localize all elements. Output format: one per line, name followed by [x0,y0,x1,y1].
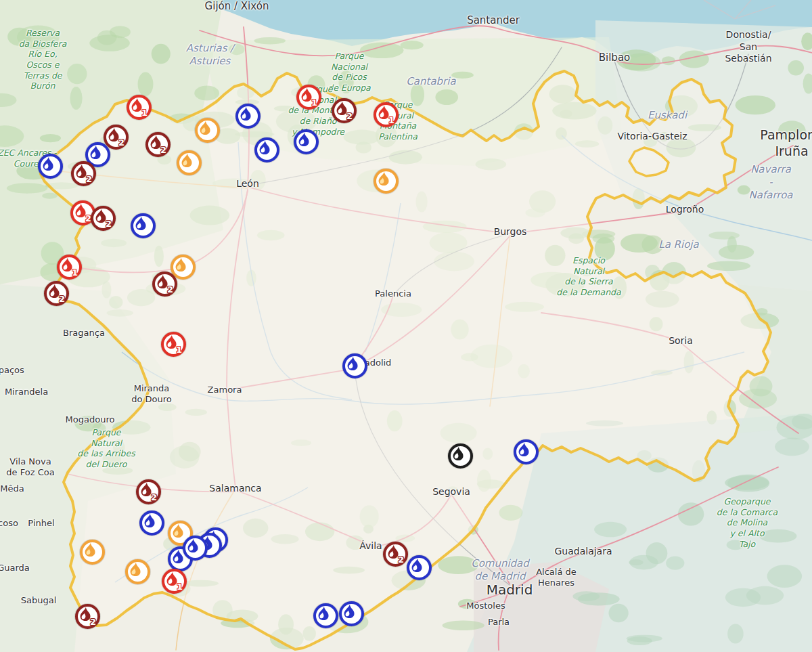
fire-count-badge: 1 [177,582,183,591]
fire-marker-darkred[interactable]: 2 [75,604,100,629]
fire-marker-red[interactable]: 1 [161,332,186,357]
fire-count-badge: 2 [59,295,65,303]
fire-icon [345,356,360,371]
fire-icon [316,606,331,621]
fire-marker-blue[interactable] [313,603,338,628]
fire-marker-darkred[interactable]: 2 [145,132,171,157]
fire-marker-black[interactable] [448,443,473,469]
fire-icon [451,446,466,461]
fire-count-badge: 2 [151,493,157,502]
fire-marker-orange[interactable] [177,150,202,175]
fire-icon [173,257,188,272]
fire-count-badge: 2 [118,138,125,147]
fire-marker-darkred[interactable]: 2 [136,479,161,504]
fire-count-badge: 2 [167,285,173,294]
fire-marker-red[interactable]: 1 [374,102,399,127]
fire-count-badge: 1 [72,268,78,277]
fire-marker-blue[interactable] [139,510,164,536]
fire-marker-darkred[interactable]: 2 [44,281,69,306]
fire-icon [41,156,55,171]
fire-marker-blue[interactable] [339,601,364,626]
fire-marker-darkred[interactable]: 2 [152,271,177,297]
fire-icon [128,562,143,577]
fire-count-badge: 2 [160,146,166,154]
fire-marker-red[interactable]: 1 [127,95,152,120]
fire-icon [296,132,311,147]
fire-icon [185,538,200,553]
fire-marker-darkred[interactable]: 2 [71,161,96,186]
fire-marker-blue[interactable] [294,129,319,154]
fire-count-badge: 2 [90,617,96,626]
fire-icon [376,171,391,186]
fire-icon [133,216,148,231]
fire-marker-orange[interactable] [195,118,220,143]
fire-count-badge: 2 [106,219,112,228]
fire-icon [257,140,272,155]
fire-icon [516,442,531,457]
fire-icon [409,558,424,573]
fire-marker-blue[interactable] [131,213,156,238]
fire-count-badge: 1 [388,116,394,125]
map-canvas[interactable]: Gijón / XixónSantanderBilbaoDonostia/ Sa… [0,0,812,652]
fire-icon [83,542,97,557]
fire-marker-red[interactable]: 1 [162,569,187,594]
fire-marker-darkred[interactable]: 2 [383,542,408,567]
fire-marker-blue[interactable] [407,555,432,580]
fire-marker-orange[interactable] [80,540,105,565]
fire-marker-blue[interactable] [342,353,367,378]
fire-count-badge: 2 [398,555,404,564]
fire-marker-darkred[interactable]: 2 [104,125,129,150]
fire-marker-blue[interactable] [514,439,539,464]
fire-icon [198,121,212,135]
fire-marker-red[interactable]: 1 [57,255,82,280]
fire-marker-orange[interactable] [125,559,150,584]
fire-marker-blue[interactable] [183,536,208,561]
fire-marker-blue[interactable] [254,137,279,162]
fire-count-badge: 1 [311,98,317,107]
fire-marker-blue[interactable] [235,104,261,129]
fire-count-badge: 2 [346,112,353,121]
fire-icon [179,153,194,168]
fire-marker-red[interactable]: 1 [296,85,321,110]
fire-marker-orange[interactable] [374,169,399,194]
fire-marker-blue[interactable] [38,154,63,179]
fire-count-badge: 2 [86,175,92,183]
fire-icon [88,145,103,160]
fire-icon [142,513,157,528]
fire-icon [171,523,185,538]
fire-marker-darkred[interactable]: 2 [332,98,357,123]
fire-count-badge: 1 [141,108,148,117]
fire-icon [342,604,357,619]
fire-marker-darkred[interactable]: 2 [91,206,116,231]
fire-count-badge: 1 [176,345,182,354]
fire-icon [238,106,253,121]
